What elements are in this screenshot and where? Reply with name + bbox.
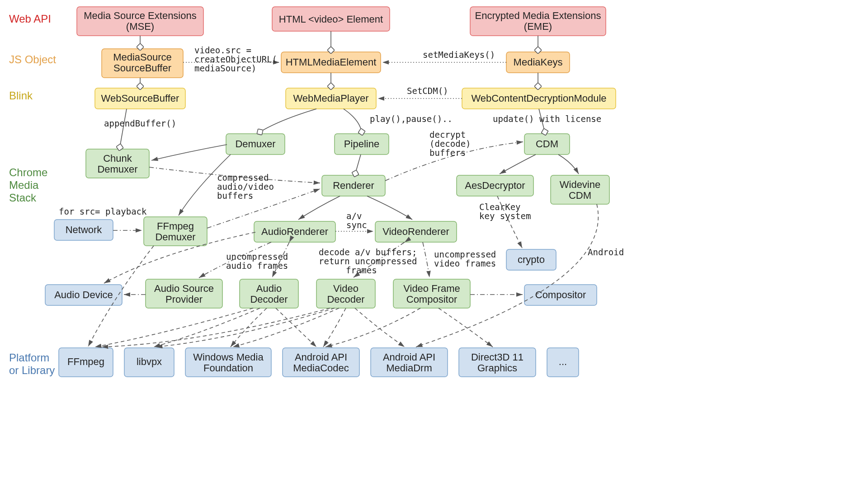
- row-label-plat2: or Library: [9, 364, 55, 376]
- svg-text:FFmpeg: FFmpeg: [157, 220, 194, 232]
- svg-text:CDM: CDM: [536, 138, 558, 150]
- svg-text:key system: key system: [479, 211, 531, 221]
- svg-text:Android API: Android API: [383, 351, 435, 363]
- svg-text:Decoder: Decoder: [250, 294, 288, 305]
- svg-text:a/v: a/v: [346, 211, 362, 221]
- svg-text:Media Source Extensions: Media Source Extensions: [84, 10, 196, 21]
- svg-text:FFmpeg: FFmpeg: [67, 356, 104, 367]
- svg-text:mediaSource): mediaSource): [194, 63, 256, 73]
- svg-text:for src= playback: for src= playback: [59, 206, 147, 216]
- svg-text:play(),pause()..: play(),pause()..: [370, 114, 453, 124]
- svg-text:sync: sync: [346, 220, 367, 230]
- svg-text:HTML <video> Element: HTML <video> Element: [279, 14, 383, 25]
- svg-text:return uncompressed: return uncompressed: [319, 256, 417, 266]
- svg-text:Audio Source: Audio Source: [154, 283, 214, 294]
- svg-text:AesDecryptor: AesDecryptor: [465, 180, 525, 191]
- svg-text:Chunk: Chunk: [103, 153, 132, 164]
- svg-text:MediaKeys: MediaKeys: [514, 56, 563, 68]
- svg-text:appendBuffer(): appendBuffer(): [104, 118, 176, 128]
- svg-text:Foundation: Foundation: [203, 362, 253, 374]
- svg-text:CDM: CDM: [569, 190, 591, 201]
- svg-text:ClearKey: ClearKey: [479, 202, 521, 212]
- svg-text:Audio: Audio: [256, 283, 282, 294]
- svg-text:MediaDrm: MediaDrm: [386, 362, 432, 374]
- svg-text:decode a/v buffers;: decode a/v buffers;: [319, 247, 417, 257]
- svg-text:Demuxer: Demuxer: [235, 138, 275, 150]
- svg-text:Encrypted Media Extensions: Encrypted Media Extensions: [475, 10, 601, 21]
- svg-text:(EME): (EME): [524, 21, 552, 32]
- svg-text:SourceBuffer: SourceBuffer: [113, 62, 171, 74]
- svg-text:setMediaKeys(): setMediaKeys(): [423, 50, 495, 60]
- svg-text:Graphics: Graphics: [477, 362, 517, 374]
- svg-text:Decoder: Decoder: [327, 294, 364, 305]
- svg-text:MediaSource: MediaSource: [113, 52, 172, 63]
- svg-text:video.src =: video.src =: [194, 45, 251, 55]
- svg-text:crypto: crypto: [518, 254, 545, 265]
- svg-text:buffers: buffers: [429, 148, 466, 158]
- svg-text:(MSE): (MSE): [126, 21, 154, 32]
- svg-text:Video Frame: Video Frame: [403, 283, 460, 294]
- svg-text:...: ...: [559, 356, 567, 367]
- svg-text:update() with license: update() with license: [493, 114, 601, 124]
- svg-text:Android API: Android API: [295, 351, 347, 363]
- svg-text:Demuxer: Demuxer: [97, 164, 137, 175]
- row-label-webapi: Web API: [9, 13, 51, 25]
- svg-text:audio/video: audio/video: [217, 182, 274, 192]
- architecture-diagram: Web API JS Object Blink Chrome Media Sta…: [0, 0, 687, 398]
- svg-text:MediaCodec: MediaCodec: [293, 362, 349, 374]
- svg-text:Pipeline: Pipeline: [344, 138, 379, 150]
- row-label-blink: Blink: [9, 89, 33, 102]
- svg-text:WebSourceBuffer: WebSourceBuffer: [101, 93, 179, 104]
- svg-text:uncompressed: uncompressed: [226, 252, 288, 262]
- svg-text:Audio Device: Audio Device: [54, 289, 113, 300]
- svg-text:createObjectURL(: createObjectURL(: [194, 54, 277, 64]
- svg-text:VideoRenderer: VideoRenderer: [382, 226, 449, 237]
- svg-text:Provider: Provider: [165, 294, 203, 305]
- row-label-chrome3: Stack: [9, 192, 37, 204]
- svg-text:WebContentDecryptionModule: WebContentDecryptionModule: [471, 93, 606, 104]
- svg-text:video frames: video frames: [434, 258, 496, 268]
- svg-text:HTMLMediaElement: HTMLMediaElement: [286, 56, 377, 68]
- svg-text:decrypt: decrypt: [429, 130, 466, 140]
- svg-line-65: [355, 155, 361, 173]
- svg-text:Direct3D 11: Direct3D 11: [471, 351, 524, 363]
- svg-text:Compositor: Compositor: [406, 294, 457, 305]
- svg-text:audio frames: audio frames: [226, 261, 288, 271]
- svg-text:Widevine: Widevine: [560, 179, 600, 190]
- svg-text:Android: Android: [588, 247, 624, 257]
- svg-text:Network: Network: [66, 224, 103, 235]
- row-label-chrome1: Chrome: [9, 166, 47, 178]
- svg-text:Video: Video: [333, 283, 359, 294]
- row-label-jsobject: JS Object: [9, 53, 56, 66]
- row-label-chrome2: Media: [9, 179, 39, 191]
- svg-text:Renderer: Renderer: [333, 180, 374, 191]
- svg-text:SetCDM(): SetCDM(): [407, 86, 448, 96]
- svg-text:frames: frames: [346, 265, 377, 275]
- svg-text:libvpx: libvpx: [137, 356, 162, 367]
- svg-text:compressed: compressed: [217, 173, 269, 183]
- svg-text:uncompressed: uncompressed: [434, 249, 496, 259]
- row-label-plat1: Platform: [9, 351, 49, 364]
- svg-text:(decode): (decode): [429, 139, 471, 149]
- svg-text:buffers: buffers: [217, 191, 253, 201]
- svg-text:WebMediaPlayer: WebMediaPlayer: [293, 93, 368, 104]
- svg-text:Windows Media: Windows Media: [193, 351, 264, 363]
- svg-text:Demuxer: Demuxer: [155, 231, 195, 243]
- svg-text:AudioRenderer: AudioRenderer: [261, 226, 328, 237]
